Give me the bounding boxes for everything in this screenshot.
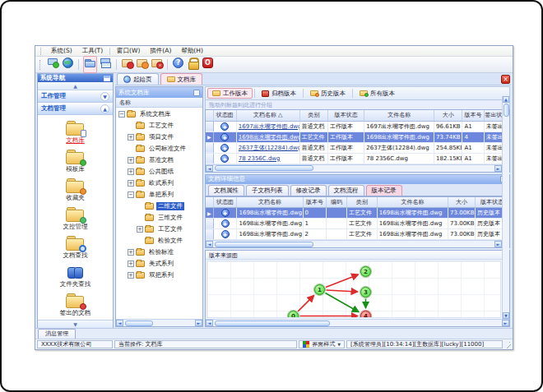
toolbar-button-package-out[interactable]	[136, 57, 148, 72]
column-header-文档名称[interactable]: 文档名称	[237, 197, 303, 208]
toolbar-button-screen[interactable]	[47, 57, 59, 72]
menu-item-0[interactable]: 系统(S)	[46, 46, 77, 56]
documents-row[interactable]: ▶✚1698出水嘴零件图.dwg工艺文件工作版本1698出水嘴零件图.dwg73…	[206, 131, 509, 142]
menu-item-3[interactable]: 插件(A)	[145, 46, 176, 56]
expand-icon[interactable]: +	[128, 272, 134, 279]
column-header-文件名称[interactable]: 文件名称	[377, 197, 448, 208]
scroll-right-icon[interactable]: ►	[494, 165, 502, 172]
column-header-文件名称[interactable]: 文件名称	[364, 110, 434, 121]
expand-icon[interactable]: +	[137, 226, 143, 233]
sidebar-item-文控管理[interactable]: 文控管理	[38, 205, 113, 233]
details-tab-文档属性[interactable]: 文档属性	[208, 185, 244, 196]
scroll-right-icon[interactable]: ►	[195, 320, 202, 326]
tree-node-公共图纸[interactable]: +公共图纸	[116, 166, 202, 178]
tree-node-工艺文件[interactable]: 工艺文件	[116, 120, 202, 131]
tree-column-header[interactable]: 名称	[116, 98, 202, 108]
column-header-类别[interactable]: 类别	[346, 197, 377, 208]
scroll-thumb[interactable]	[215, 242, 313, 247]
expand-icon[interactable]: +	[128, 180, 134, 187]
sidebar-item-文件夹查找[interactable]: 文件夹查找	[38, 262, 113, 291]
version-node-1[interactable]: 1	[314, 284, 325, 295]
sidebar-item-模板库[interactable]: 模板库	[38, 147, 113, 176]
column-header-类别[interactable]: 类别	[299, 110, 327, 121]
tree-node-公司标准文件[interactable]: 公司标准文件	[116, 143, 202, 154]
close-icon[interactable]: ×	[501, 75, 510, 84]
sidebar-item-文档查找[interactable]: 文档查找	[38, 233, 113, 262]
column-header-状态图[interactable]: 状态图	[213, 197, 237, 208]
tree-node-单把系列[interactable]: −单把系列	[116, 189, 202, 201]
tree-node-三维文件[interactable]: 三维文件	[116, 212, 202, 224]
tree-horizontal-scrollbar[interactable]: ◄ ►	[116, 319, 202, 326]
column-header-版本状态[interactable]: 版本状态	[327, 110, 364, 121]
scroll-left-icon[interactable]: ◄	[206, 241, 213, 247]
scroll-right-icon[interactable]: ►	[494, 241, 502, 247]
toolbar-button-open-library[interactable]	[83, 56, 97, 73]
tree-node-欧式系列[interactable]: +欧式系列	[116, 178, 202, 189]
column-header-大小[interactable]: 大小	[448, 197, 476, 208]
button-归档版本[interactable]: 归档版本	[257, 88, 301, 99]
tree-node-美式系列[interactable]: +美式系列	[116, 258, 202, 270]
tree-node-双把系列[interactable]: +双把系列	[116, 270, 202, 281]
toolbar-button-power[interactable]	[202, 57, 214, 72]
ui-style-picker[interactable]: 界面样式 ▼	[299, 340, 345, 348]
toolbar-button-package-in[interactable]	[121, 57, 133, 72]
versions-row[interactable]: ▶✚1698出水嘴零件图.dwg0工艺文件1698出水嘴零件图.dwg73.00…	[206, 208, 509, 219]
versions-horizontal-scrollbar[interactable]: ◄►	[206, 240, 502, 247]
toolbar-button-globe[interactable]	[62, 57, 74, 72]
resize-grip[interactable]	[504, 340, 511, 348]
version-node-3[interactable]: 3	[360, 287, 371, 297]
tab-起始页[interactable]: 起始页	[117, 73, 159, 85]
graph-vertical-scrollbar[interactable]: ▲ ▼	[502, 96, 509, 319]
toolbar-button-lock[interactable]	[187, 57, 199, 72]
menu-item-4[interactable]: 帮助(H)	[176, 46, 208, 56]
document-link[interactable]: 2637主体(12284).dwg	[239, 145, 299, 151]
scroll-down-icon[interactable]: ▼	[503, 312, 509, 319]
sidebar-group-工作管理[interactable]: 工作管理▼	[38, 90, 113, 103]
graph-horizontal-scrollbar[interactable]: ◄ ►	[206, 319, 509, 326]
menu-item-1[interactable]: 工具(T)	[77, 46, 108, 56]
collapse-icon[interactable]: −	[128, 191, 134, 198]
column-header-状态图[interactable]: 状态图	[213, 110, 236, 121]
expand-icon[interactable]: +	[128, 168, 134, 175]
tab-文档库[interactable]: 文档库	[160, 73, 203, 85]
document-link[interactable]: 78 2356C.dwg	[239, 155, 281, 162]
documents-row[interactable]: ✚78 2356C.dwg普通文档工作版本78 2356C.dwg182.15K…	[206, 153, 509, 164]
sidebar-item-文档库[interactable]: 文档库	[38, 118, 113, 147]
version-node-4[interactable]: 4	[360, 311, 371, 318]
chevron-icon[interactable]: ▼	[100, 92, 109, 101]
toolbar-button-help[interactable]	[172, 57, 184, 72]
scroll-thumb[interactable]	[125, 321, 153, 326]
button-工作版本[interactable]: 工作版本	[207, 88, 253, 99]
sidebar-group-文档管理[interactable]: 文档管理▲	[38, 103, 113, 115]
tree-node-项目文件[interactable]: +项目文件	[116, 131, 202, 143]
tree-node-基准文档[interactable]: +基准文档	[116, 154, 202, 166]
documents-horizontal-scrollbar[interactable]: ◄►	[206, 164, 502, 172]
versions-row[interactable]: ✚1698出水嘴零件图.dwg1工艺文件1698出水嘴零件图.dwg73.00K…	[206, 219, 509, 229]
sidebar-expand-strip[interactable]: ▼	[38, 320, 113, 328]
scroll-left-icon[interactable]: ◄	[116, 320, 123, 326]
version-node-0[interactable]: 0	[288, 311, 299, 318]
details-tab-修改记录[interactable]: 修改记录	[290, 185, 327, 196]
column-header-编码[interactable]: 编码	[327, 197, 347, 208]
documents-row[interactable]: ✚2637主体(12284).dwg普通文档工作版本2637主体(12284).…	[206, 142, 509, 153]
details-tab-文档流程[interactable]: 文档流程	[328, 185, 364, 196]
tree-node-二维文件[interactable]: 二维文件	[116, 201, 202, 212]
scroll-right-icon[interactable]: ►	[502, 320, 509, 326]
toolbar-button-library-list[interactable]	[100, 57, 112, 72]
expand-icon[interactable]: +	[128, 249, 134, 256]
column-header-版本号[interactable]: 版本号	[303, 197, 327, 208]
collapse-icon[interactable]: −	[118, 111, 125, 118]
tree-node-检验标准[interactable]: +检验标准	[116, 247, 202, 258]
document-link[interactable]: 1697出水嘴零件图.dwg	[239, 123, 299, 130]
document-link[interactable]: 1698出水嘴零件图.dwg	[239, 134, 299, 141]
expand-icon[interactable]: +	[128, 134, 134, 141]
window-icon[interactable]	[104, 76, 110, 81]
scroll-left-icon[interactable]: ◄	[206, 165, 213, 172]
tree-node-工艺文件[interactable]: +工艺文件	[116, 224, 202, 235]
expand-icon[interactable]: +	[128, 157, 134, 164]
pin-icon[interactable]	[193, 90, 200, 96]
chevron-icon[interactable]: ▲	[100, 104, 109, 113]
column-header-大小[interactable]: 大小	[434, 110, 462, 121]
group-by-hint[interactable]: 拖动列标题到此进行分组	[205, 100, 510, 109]
tree-node-检验文件[interactable]: 检验文件	[116, 235, 202, 247]
